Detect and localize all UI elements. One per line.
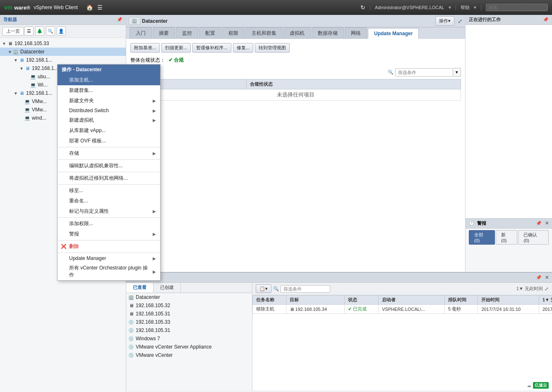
filter-dropdown-button[interactable]: ▾ bbox=[453, 68, 461, 77]
content-area: 🏢 Datacenter 操作▾ ⤢ 入门 摘要 监控 配置 权限 主机和群集 … bbox=[126, 15, 465, 272]
recent-vcenter-icon: 💿 bbox=[128, 352, 134, 358]
recent-host-31b[interactable]: 💿 192.168.105.31 bbox=[126, 326, 252, 334]
bottom-close-icon[interactable]: ✕ bbox=[545, 275, 549, 280]
col-task-start[interactable]: 开始时间 bbox=[478, 296, 539, 305]
tab-hosts-clusters[interactable]: 主机和群集 bbox=[245, 27, 283, 39]
tab-network[interactable]: 网络 bbox=[345, 27, 367, 39]
ctx-alerts[interactable]: 警报 ▶ bbox=[58, 229, 160, 239]
recent-vcsa[interactable]: 💿 VMware vCenter Server Appliance bbox=[126, 343, 252, 351]
tree-item-datacenter[interactable]: ▼ 🏢 Datacenter bbox=[0, 48, 126, 56]
bottom-header-controls: 📌 ✕ bbox=[536, 275, 549, 280]
ctx-new-vm[interactable]: 新建虚拟机 ▶ bbox=[58, 115, 160, 125]
topbar-sep3: | bbox=[480, 5, 482, 10]
alert-tab-confirmed[interactable]: 已确认 (0) bbox=[518, 230, 549, 245]
nav-list-icon[interactable]: ☰ bbox=[24, 26, 34, 36]
ctx-tags[interactable]: 标记与自定义属性 ▶ bbox=[58, 206, 160, 216]
actions-button[interactable]: 操作▾ bbox=[435, 16, 454, 26]
host3-icon: 🖥 bbox=[18, 90, 25, 96]
nav-tree-icon[interactable]: 🌲 bbox=[35, 26, 44, 36]
ctx-distributed-switch[interactable]: Distributed Switch ▶ bbox=[58, 106, 160, 115]
recent-vcenter[interactable]: 💿 VMware vCenter bbox=[126, 351, 252, 359]
recent-host-33[interactable]: 💿 192.168.105.33 bbox=[126, 318, 252, 326]
ctx-edit-compat[interactable]: 编辑默认虚拟机兼容性... bbox=[58, 161, 160, 171]
ctx-sep2 bbox=[58, 159, 160, 160]
tab-summary[interactable]: 摘要 bbox=[153, 27, 175, 39]
recent-host-32[interactable]: 🖥 192.168.105.32 bbox=[126, 301, 252, 310]
recent-windows7[interactable]: 💿 Windows 7 bbox=[126, 334, 252, 343]
goto-management-button[interactable]: 转到管理视图 bbox=[255, 43, 290, 53]
ctx-new-cluster[interactable]: 新建群集... bbox=[58, 85, 160, 96]
tab-permissions[interactable]: 权限 bbox=[222, 27, 245, 39]
fix-button[interactable]: 修复... bbox=[233, 43, 253, 53]
ctx-new-folder[interactable]: 新建文件夹 ▶ bbox=[58, 96, 160, 106]
menu-icon[interactable]: ☰ bbox=[97, 4, 103, 11]
col-task-initiator[interactable]: 启动者 bbox=[379, 296, 445, 305]
attach-baseline-button[interactable]: 附加基准... bbox=[130, 43, 160, 53]
ctx-deploy-ovf[interactable]: 部署 OVF 模板... bbox=[58, 136, 160, 146]
tree-item-root[interactable]: ▼ 🖥 192.168.105.33 bbox=[0, 39, 126, 48]
recent-dc-icon: 🏢 bbox=[128, 294, 134, 301]
task-filter-input[interactable] bbox=[281, 285, 330, 293]
task-actions-button[interactable]: 📋▾ bbox=[256, 284, 271, 293]
col-task-status[interactable]: 状态 bbox=[345, 296, 379, 305]
user-arrow[interactable]: ▾ bbox=[449, 5, 451, 10]
nav-back-button[interactable]: 上一页 bbox=[2, 27, 24, 36]
ctx-sep7 bbox=[58, 253, 160, 253]
ctx-delete[interactable]: ❌ 删除 bbox=[58, 241, 160, 252]
tree-vmware2-label: VMw... bbox=[32, 107, 47, 113]
ctx-rename[interactable]: 重命名... bbox=[58, 196, 160, 206]
nav-user-icon[interactable]: 👤 bbox=[57, 26, 66, 36]
col-task-target[interactable]: 目标 bbox=[286, 296, 345, 305]
alert-clock-icon: 🕐 bbox=[469, 221, 475, 226]
recent-objects-tab-viewed[interactable]: 已查看 bbox=[126, 283, 154, 293]
ctx-migrate-vm[interactable]: 将虚拟机迁移到其他网络... bbox=[58, 173, 160, 183]
tab-intro[interactable]: 入门 bbox=[130, 27, 152, 39]
recent-objects-tab-created[interactable]: 已创建 bbox=[154, 283, 181, 293]
task-expand-icon[interactable]: ⤢ bbox=[545, 286, 549, 292]
filter-input[interactable] bbox=[395, 68, 453, 77]
topbar: vmware® vSphere Web Client 🏠 ☰ ↻ | Admin… bbox=[0, 0, 552, 15]
ctx-sep4 bbox=[58, 184, 160, 185]
col-task-end[interactable]: 1▼ 完成时间 bbox=[539, 296, 552, 305]
alert-close-icon[interactable]: ✕ bbox=[545, 221, 549, 226]
tab-monitor[interactable]: 监控 bbox=[176, 27, 198, 39]
ctx-add-host[interactable]: 添加主机... bbox=[58, 75, 160, 85]
help-arrow[interactable]: ▾ bbox=[474, 5, 476, 10]
home-icon[interactable]: 🏠 bbox=[86, 4, 93, 11]
col-task-queue[interactable]: 排队时间 bbox=[444, 296, 478, 305]
tab-update-manager[interactable]: Update Manager bbox=[368, 28, 419, 39]
refresh-icon[interactable]: ↻ bbox=[360, 4, 365, 11]
ctx-move-to[interactable]: 移至... bbox=[58, 185, 160, 196]
tab-config[interactable]: 配置 bbox=[199, 27, 221, 39]
ctx-add-perms[interactable]: 添加权限... bbox=[58, 219, 160, 229]
tab-datastores[interactable]: 数据存储 bbox=[312, 27, 344, 39]
table-row[interactable]: 移除主机 🖥 192.168.105.34 ✔ 已完成 bbox=[253, 305, 552, 314]
col-compliance[interactable]: 合规性状态 bbox=[247, 79, 461, 89]
tab-vms[interactable]: 虚拟机 bbox=[283, 27, 311, 39]
search-input[interactable] bbox=[486, 4, 548, 11]
alert-tab-new[interactable]: 新 (0) bbox=[496, 230, 517, 245]
alert-pin-icon[interactable]: 📌 bbox=[536, 221, 542, 226]
defer-patches-button[interactable]: 暂缓修补程序... bbox=[192, 43, 231, 53]
ctx-update-manager[interactable]: Update Manager ▶ bbox=[58, 254, 160, 263]
target-label: 192.168.105.34 bbox=[295, 307, 327, 312]
expand-icon[interactable]: ⤢ bbox=[458, 18, 463, 24]
ctx-vcenter-orchestrator[interactable]: 所有 vCenter Orchestrator plugin 操作 ▶ bbox=[58, 263, 160, 280]
nav-search-icon[interactable]: 🔍 bbox=[46, 26, 55, 36]
ctx-new-vapp[interactable]: 从库新建 vApp... bbox=[58, 125, 160, 136]
work-pin-icon[interactable]: 📌 bbox=[543, 17, 549, 22]
recent-host31-label: 192.168.105.31 bbox=[136, 311, 170, 317]
scan-updates-button[interactable]: 扫描更新... bbox=[161, 43, 191, 53]
tree-item-host1[interactable]: ▼ 🖥 192.168.1... bbox=[0, 56, 126, 64]
recent-datacenter[interactable]: 🏢 Datacenter bbox=[126, 293, 252, 301]
col-task-name[interactable]: 任务名称 bbox=[253, 296, 286, 305]
checkmark-icon: ✔ bbox=[348, 306, 352, 312]
main-content-row: 🏢 Datacenter 操作▾ ⤢ 入门 摘要 监控 配置 权限 主机和群集 … bbox=[126, 15, 552, 272]
alert-tab-all[interactable]: 全部 (0) bbox=[469, 230, 495, 245]
user-label[interactable]: Administrator@VSPHERE.LOCAL bbox=[375, 5, 444, 10]
ctx-storage[interactable]: 存储 ▶ bbox=[58, 148, 160, 159]
help-label[interactable]: 帮助 bbox=[461, 5, 470, 11]
bottom-pin-icon[interactable]: 📌 bbox=[536, 275, 542, 280]
nav-pin-icon[interactable]: 📌 bbox=[117, 17, 122, 22]
recent-host-31[interactable]: 🖥 192.168.105.31 bbox=[126, 310, 252, 318]
